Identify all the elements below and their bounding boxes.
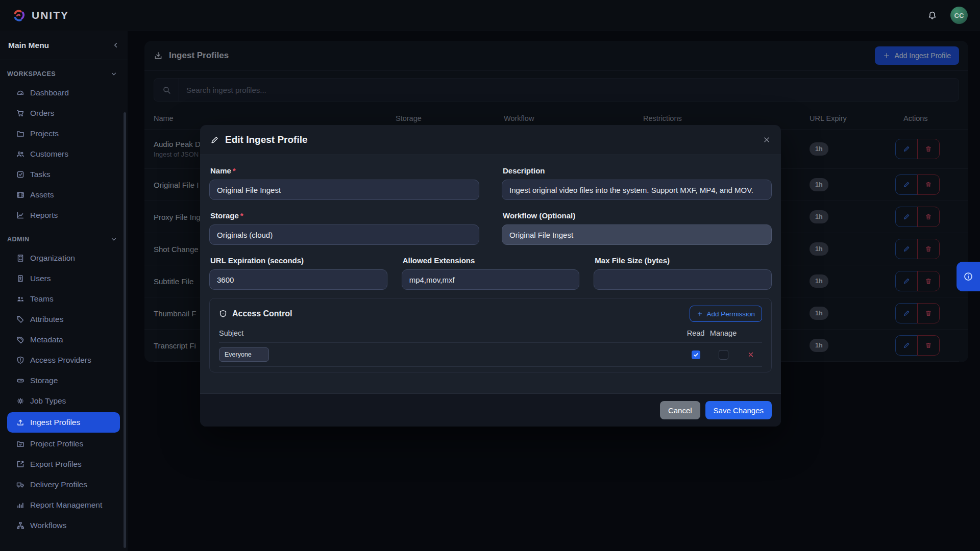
save-changes-button[interactable]: Save Changes — [705, 401, 772, 419]
truck-icon — [16, 481, 24, 489]
field-workflow: Workflow (Optional) — [502, 208, 772, 245]
sidebar-item-organization[interactable]: Organization — [0, 248, 128, 268]
line-chart-icon — [16, 211, 24, 219]
notifications-bell-icon[interactable] — [927, 11, 937, 20]
chevron-down-icon — [110, 236, 117, 243]
max-file-size-input[interactable] — [594, 269, 772, 290]
sidebar-title: Main Menu — [8, 41, 49, 50]
tags-icon — [16, 336, 24, 344]
upload-icon — [16, 418, 24, 427]
shield-icon — [219, 310, 227, 318]
gear-icon — [16, 397, 24, 405]
film-icon — [16, 191, 24, 199]
sidebar-item-storage[interactable]: Storage — [0, 370, 128, 391]
tag-icon — [16, 315, 24, 323]
permission-row: Everyone — [219, 343, 762, 367]
shield-icon — [16, 356, 24, 364]
bar-chart-icon — [16, 501, 24, 509]
column-header-subject: Subject — [219, 329, 684, 337]
sidebar-item-attributes[interactable]: Attributes — [0, 309, 128, 330]
column-header-read: Read — [684, 329, 707, 337]
storage-select[interactable] — [209, 224, 479, 245]
folder-check-icon — [16, 440, 24, 448]
sidebar-item-job-types[interactable]: Job Types — [0, 391, 128, 411]
info-tab-button[interactable] — [957, 262, 980, 291]
sitemap-icon — [16, 521, 24, 530]
folder-icon — [16, 130, 24, 138]
sidebar-item-orders[interactable]: Orders — [0, 103, 128, 123]
sidebar: Main Menu WORKSPACES Dashboard Orders Pr… — [0, 31, 128, 551]
required-marker: * — [240, 211, 243, 220]
id-badge-icon — [16, 274, 24, 283]
modal-title: Edit Ingest Profile — [225, 134, 308, 145]
sidebar-item-report-management[interactable]: Report Management — [0, 495, 128, 515]
cart-icon — [16, 109, 24, 117]
sidebar-item-customers[interactable]: Customers — [0, 144, 128, 164]
drive-icon — [16, 377, 24, 385]
brand: UNITY — [0, 8, 69, 23]
read-checkbox[interactable] — [692, 350, 700, 359]
close-icon[interactable] — [763, 136, 771, 144]
sidebar-item-reports[interactable]: Reports — [0, 205, 128, 226]
sidebar-item-projects[interactable]: Projects — [0, 123, 128, 144]
remove-permission-button[interactable] — [740, 351, 762, 358]
team-icon — [16, 295, 24, 303]
cancel-button[interactable]: Cancel — [660, 401, 700, 419]
sidebar-item-access-providers[interactable]: Access Providers — [0, 350, 128, 370]
building-icon — [16, 254, 24, 262]
sidebar-item-users[interactable]: Users — [0, 268, 128, 289]
sidebar-item-workflows[interactable]: Workflows — [0, 515, 128, 536]
sidebar-item-delivery-profiles[interactable]: Delivery Profiles — [0, 474, 128, 495]
sidebar-item-project-profiles[interactable]: Project Profiles — [0, 434, 128, 454]
allowed-extensions-input[interactable] — [402, 269, 580, 290]
field-name: Name* — [209, 163, 479, 200]
sidebar-item-dashboard[interactable]: Dashboard — [0, 83, 128, 103]
sidebar-scrollbar[interactable] — [124, 112, 126, 548]
url-expiration-input[interactable] — [209, 269, 387, 290]
subject-input[interactable]: Everyone — [219, 347, 269, 362]
export-icon — [16, 460, 24, 468]
sidebar-item-ingest-profiles[interactable]: Ingest Profiles — [7, 412, 120, 433]
user-avatar[interactable]: CC — [950, 7, 968, 24]
plus-icon — [697, 311, 703, 317]
field-max-file-size: Max File Size (bytes) — [594, 253, 772, 290]
required-marker: * — [233, 166, 236, 175]
check-square-icon — [16, 170, 24, 179]
permissions-header: Subject Read Manage — [219, 329, 762, 343]
name-input[interactable] — [209, 180, 479, 200]
sidebar-item-teams[interactable]: Teams — [0, 289, 128, 309]
description-input[interactable] — [502, 180, 772, 200]
dashboard-icon — [16, 89, 24, 97]
manage-checkbox[interactable] — [719, 350, 728, 360]
brand-name: UNITY — [32, 9, 69, 21]
add-permission-button[interactable]: Add Permission — [690, 306, 762, 322]
unity-logo-icon — [11, 8, 27, 23]
pencil-icon — [210, 136, 219, 144]
sidebar-section-workspaces[interactable]: WORKSPACES — [0, 60, 128, 83]
field-url-expiration: URL Expiration (seconds) — [209, 253, 387, 290]
column-header-manage: Manage — [707, 329, 740, 337]
sidebar-section-admin[interactable]: ADMIN — [0, 226, 128, 248]
top-bar: UNITY CC — [0, 0, 980, 31]
workflow-select[interactable] — [502, 224, 772, 245]
app-root: UNITY CC Main Menu WORKSPACES Dashboard — [0, 0, 980, 551]
sidebar-collapse-icon[interactable] — [112, 41, 119, 49]
sidebar-item-assets[interactable]: Assets — [0, 185, 128, 205]
access-control-section: Access Control Add Permission Subject Re… — [209, 298, 772, 372]
edit-ingest-profile-modal: Edit Ingest Profile Name* Description St… — [200, 125, 781, 427]
sidebar-item-tasks[interactable]: Tasks — [0, 164, 128, 185]
field-storage: Storage* — [209, 208, 479, 245]
chevron-down-icon — [110, 70, 117, 78]
people-icon — [16, 150, 24, 158]
sidebar-item-export-profiles[interactable]: Export Profiles — [0, 454, 128, 474]
field-allowed-extensions: Allowed Extensions — [402, 253, 580, 290]
access-control-title: Access Control — [232, 309, 292, 318]
sidebar-item-metadata[interactable]: Metadata — [0, 330, 128, 350]
field-description: Description — [502, 163, 772, 200]
